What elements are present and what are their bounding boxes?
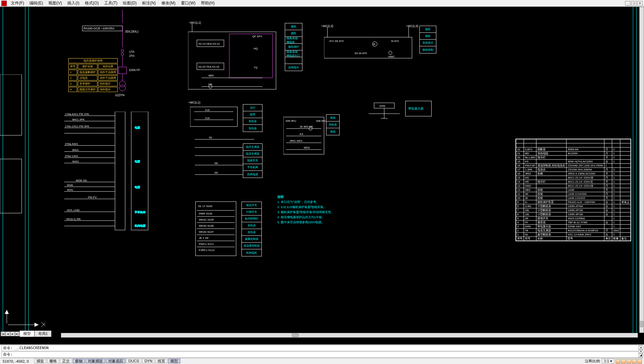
- menu-item[interactable]: 编辑(E): [27, 0, 46, 6]
- menu-item[interactable]: 修改(M): [159, 0, 178, 6]
- menu-bar: 文件(F)编辑(E)视图(V)插入(I)格式(O)工具(T)绘图(D)标注(N)…: [0, 0, 644, 7]
- app-icon: [1, 1, 7, 6]
- menu-item[interactable]: 绘图(D): [120, 0, 139, 6]
- menu-item[interactable]: 窗口(W): [178, 0, 198, 6]
- menu-item[interactable]: 插入(I): [65, 0, 82, 6]
- menu-item[interactable]: 工具(T): [101, 0, 120, 6]
- menu-item[interactable]: 视图(V): [46, 0, 65, 6]
- menu-item[interactable]: 标注(N): [139, 0, 159, 6]
- menu-item[interactable]: 文件(F): [8, 0, 27, 6]
- menu-item[interactable]: 格式(O): [82, 0, 101, 6]
- minimize-button[interactable]: _: [625, 1, 630, 6]
- restore-button[interactable]: ❐: [631, 1, 637, 6]
- menu-item[interactable]: 帮助(H): [198, 0, 217, 6]
- close-button[interactable]: ×: [637, 1, 643, 6]
